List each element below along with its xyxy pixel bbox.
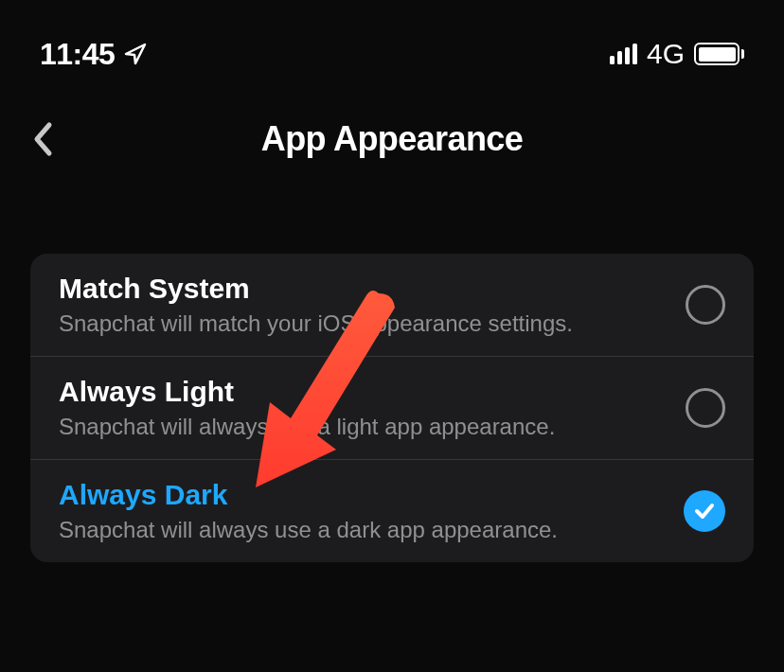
option-always-dark[interactable]: Always Dark Snapchat will always use a d…: [30, 460, 754, 562]
clock-time: 11:45: [40, 37, 115, 72]
option-match-system[interactable]: Match System Snapchat will match your iO…: [30, 254, 754, 357]
status-bar-right: 4G: [610, 38, 744, 70]
option-text: Always Light Snapchat will always use a …: [59, 376, 686, 440]
radio-unselected-icon: [686, 285, 725, 325]
radio-selected-icon: [684, 490, 725, 532]
checkmark-icon: [693, 500, 716, 522]
option-subtitle: Snapchat will match your iOS appearance …: [59, 310, 686, 337]
option-subtitle: Snapchat will always use a dark app appe…: [59, 517, 684, 543]
back-button[interactable]: [24, 120, 62, 158]
cellular-signal-icon: [610, 44, 637, 64]
option-title: Always Light: [59, 376, 686, 408]
appearance-options-list: Match System Snapchat will match your iO…: [30, 254, 754, 562]
location-arrow-icon: [124, 43, 147, 65]
radio-unselected-icon: [686, 388, 725, 428]
status-bar: 11:45 4G: [0, 0, 784, 74]
option-title: Match System: [59, 273, 686, 305]
option-subtitle: Snapchat will always use a light app app…: [59, 414, 686, 440]
network-type-label: 4G: [647, 38, 685, 70]
option-text: Always Dark Snapchat will always use a d…: [59, 479, 684, 543]
status-bar-left: 11:45: [40, 37, 147, 72]
chevron-left-icon: [32, 121, 53, 157]
option-text: Match System Snapchat will match your iO…: [59, 273, 686, 337]
option-always-light[interactable]: Always Light Snapchat will always use a …: [30, 357, 754, 460]
page-header: App Appearance: [0, 74, 784, 168]
option-title: Always Dark: [59, 479, 684, 511]
page-title: App Appearance: [261, 119, 523, 159]
battery-icon: [694, 43, 744, 65]
